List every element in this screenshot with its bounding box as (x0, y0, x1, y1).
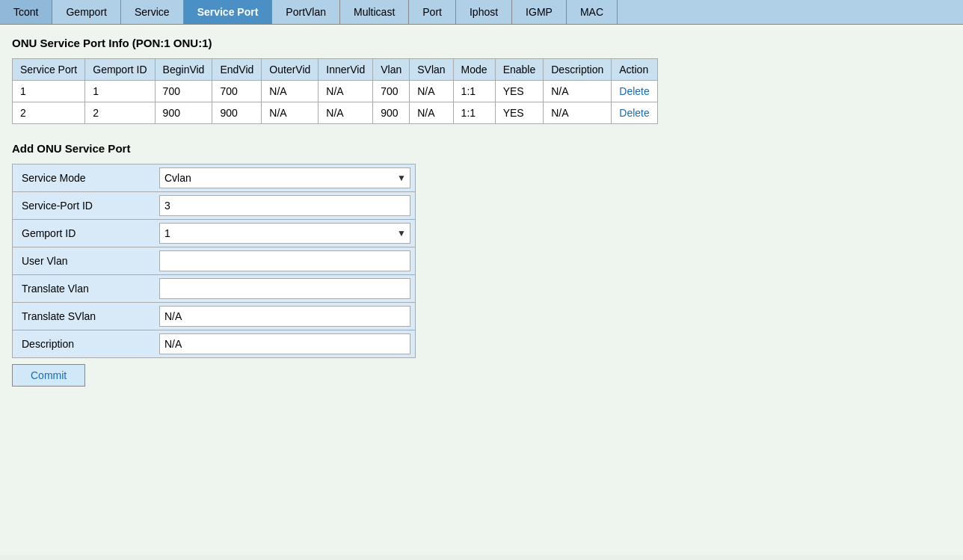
tab-iphost[interactable]: Iphost (456, 0, 512, 24)
table-cell: N/A (262, 81, 319, 102)
add-form-container: Service ModeCvlanSvlanTransparent▼Servic… (12, 164, 416, 358)
table-cell: N/A (544, 81, 612, 102)
table-cell: N/A (544, 102, 612, 124)
table-cell: 700 (155, 81, 212, 102)
form-row-service-mode: Service ModeCvlanSvlanTransparent▼ (13, 164, 415, 192)
col-header-description: Description (544, 59, 612, 81)
tab-multicast[interactable]: Multicast (340, 0, 409, 24)
tab-mac[interactable]: MAC (567, 0, 618, 24)
col-header-endvid: EndVid (212, 59, 262, 81)
table-cell: 1:1 (453, 81, 495, 102)
col-header-innervid: InnerVid (319, 59, 373, 81)
form-row-translate-vlan: Translate Vlan (13, 275, 415, 303)
col-header-gemport-id: Gemport ID (85, 59, 155, 81)
tab-tcont[interactable]: Tcont (0, 0, 52, 24)
form-label: Service-Port ID (13, 194, 155, 218)
table-cell: YES (495, 102, 544, 124)
form-label: Gemport ID (13, 221, 155, 245)
col-header-outervid: OuterVid (262, 59, 319, 81)
form-input-translate-vlan[interactable] (159, 278, 410, 299)
table-cell: N/A (410, 102, 453, 124)
table-cell: 1 (85, 81, 155, 102)
col-header-enable: Enable (495, 59, 544, 81)
tab-gemport[interactable]: Gemport (52, 0, 120, 24)
form-label: Translate Vlan (13, 277, 155, 301)
form-row-gemport-id: Gemport ID1234▼ (13, 220, 415, 247)
table-cell: N/A (319, 81, 373, 102)
table-cell: 700 (373, 81, 410, 102)
form-label: User Vlan (13, 249, 155, 273)
table-cell: 900 (212, 102, 262, 124)
col-header-svlan: SVlan (410, 59, 453, 81)
info-title: ONU Service Port Info (PON:1 ONU:1) (12, 37, 951, 49)
form-row-user-vlan: User Vlan (13, 247, 415, 275)
form-row-service-port-id: Service-Port ID (13, 192, 415, 220)
form-select-gemport-id[interactable]: 1234 (159, 223, 410, 244)
tab-service[interactable]: Service (121, 0, 184, 24)
col-header-service-port: Service Port (13, 59, 85, 81)
form-label: Description (13, 332, 155, 356)
col-header-vlan: Vlan (373, 59, 410, 81)
form-input-description[interactable] (159, 333, 410, 354)
commit-button[interactable]: Commit (12, 364, 85, 387)
delete-link[interactable]: Delete (619, 85, 649, 97)
tab-port[interactable]: Port (409, 0, 456, 24)
service-port-table: Service PortGemport IDBeginVidEndVidOute… (12, 58, 658, 124)
tab-bar: TcontGemportServiceService PortPortVlanM… (0, 0, 963, 25)
table-cell: 700 (212, 81, 262, 102)
delete-link[interactable]: Delete (619, 107, 649, 119)
add-section-title: Add ONU Service Port (12, 142, 951, 155)
form-row-description: Description (13, 330, 415, 357)
col-header-beginvid: BeginVid (155, 59, 212, 81)
table-row: 22900900N/AN/A900N/A1:1YESN/ADelete (13, 102, 658, 124)
form-input-user-vlan[interactable] (159, 250, 410, 271)
table-cell: YES (495, 81, 544, 102)
form-row-translate-svlan: Translate SVlan (13, 303, 415, 330)
table-cell: N/A (410, 81, 453, 102)
tab-service-port[interactable]: Service Port (184, 0, 273, 24)
form-select-service-mode[interactable]: CvlanSvlanTransparent (159, 167, 410, 188)
table-cell: 900 (373, 102, 410, 124)
table-cell: 1 (13, 81, 85, 102)
table-header-row: Service PortGemport IDBeginVidEndVidOute… (13, 59, 658, 81)
table-body: 11700700N/AN/A700N/A1:1YESN/ADelete22900… (13, 81, 658, 124)
table-cell: 1:1 (453, 102, 495, 124)
table-cell-action: Delete (612, 102, 657, 124)
form-input-translate-svlan[interactable] (159, 306, 410, 327)
table-cell: N/A (262, 102, 319, 124)
tab-portvlan[interactable]: PortVlan (272, 0, 340, 24)
table-cell: N/A (319, 102, 373, 124)
form-label: Translate SVlan (13, 304, 155, 328)
table-row: 11700700N/AN/A700N/A1:1YESN/ADelete (13, 81, 658, 102)
table-cell-action: Delete (612, 81, 657, 102)
table-cell: 2 (85, 102, 155, 124)
main-content: ONU Service Port Info (PON:1 ONU:1) Serv… (0, 25, 963, 555)
col-header-action: Action (612, 59, 657, 81)
table-cell: 900 (155, 102, 212, 124)
tab-igmp[interactable]: IGMP (512, 0, 567, 24)
col-header-mode: Mode (453, 59, 495, 81)
form-input-service-port-id[interactable] (159, 195, 410, 216)
table-cell: 2 (13, 102, 85, 124)
form-label: Service Mode (13, 166, 155, 190)
